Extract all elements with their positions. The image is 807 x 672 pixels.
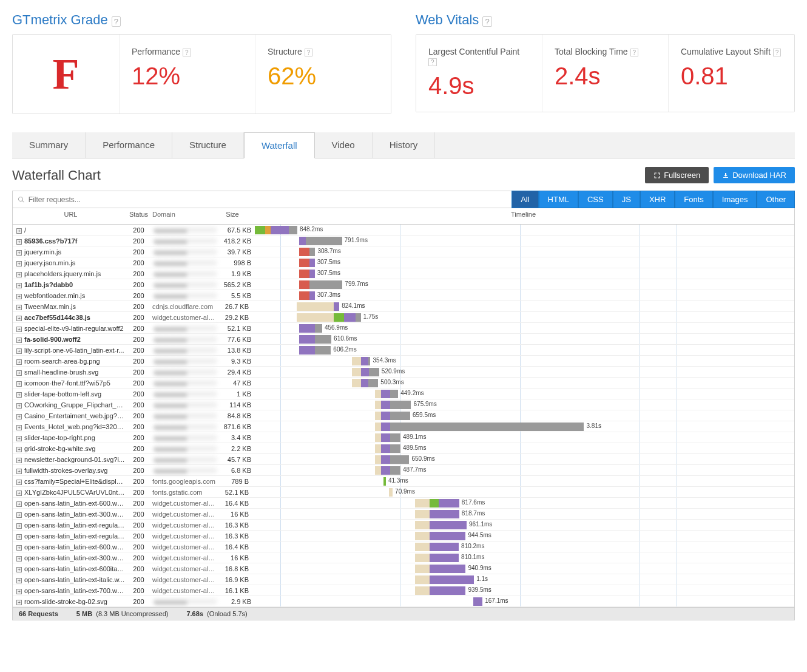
tab-history[interactable]: History (373, 132, 436, 158)
table-row[interactable]: +grid-stroke-bg-white.svg200xxxxxxxxxx2.… (13, 443, 794, 454)
request-url[interactable]: +open-sans-latin_latin-ext-regular.... (13, 521, 125, 529)
expand-icon[interactable]: + (16, 458, 22, 463)
expand-icon[interactable]: + (16, 501, 22, 507)
table-row[interactable]: +COworking_Gruppe_Flipchart_w...200xxxxx… (13, 399, 794, 410)
expand-icon[interactable]: + (16, 490, 22, 496)
request-url[interactable]: +icomoon-the7-font.ttf?wi57p5 (13, 379, 125, 387)
request-url[interactable]: +fa-solid-900.woff2 (13, 336, 125, 343)
help-icon[interactable]: ? (773, 49, 782, 56)
table-row[interactable]: +open-sans-latin_latin-ext-600.woff2200w… (13, 541, 794, 552)
request-url[interactable]: +room-search-area-bg.png (13, 358, 125, 365)
expand-icon[interactable]: + (16, 534, 22, 540)
request-url[interactable]: +jquery.json.min.js (13, 259, 125, 266)
table-row[interactable]: +open-sans-latin_latin-ext-regular....20… (13, 520, 794, 531)
filter-search-input[interactable] (25, 194, 507, 205)
table-row[interactable]: +fa-solid-900.woff2200xxxxxxxxxx77.6 KB6… (13, 334, 794, 345)
expand-icon[interactable]: + (16, 469, 22, 474)
expand-icon[interactable]: + (16, 370, 22, 376)
expand-icon[interactable]: + (16, 250, 22, 256)
table-row[interactable]: +icomoon-the7-font.ttf?wi57p5200xxxxxxxx… (13, 378, 794, 389)
request-url[interactable]: +placeholders.jquery.min.js (13, 270, 125, 277)
help-icon[interactable]: ? (482, 16, 491, 27)
table-row[interactable]: +special-elite-v9-latin-regular.woff2200… (13, 323, 794, 334)
request-url[interactable]: +Casino_Entertaiment_web.jpg?id... (13, 412, 125, 419)
request-url[interactable]: +acc7bef55d144c38.js (13, 314, 125, 321)
expand-icon[interactable]: + (16, 523, 22, 529)
filter-xhr[interactable]: XHR (640, 191, 675, 208)
table-body[interactable]: +/200xxxxxxxxxx67.5 KB848.2ms+85936.css?… (13, 225, 794, 607)
request-url[interactable]: +XLYgIZbkc4JPUL5CVArUVL0ntn... (13, 489, 125, 496)
expand-icon[interactable]: + (16, 403, 22, 409)
table-row[interactable]: +lily-script-one-v6-latin_latin-ext-r...… (13, 345, 794, 356)
expand-icon[interactable]: + (16, 425, 22, 430)
filter-css[interactable]: CSS (578, 191, 613, 208)
help-icon[interactable]: ? (112, 16, 121, 27)
request-url[interactable]: +open-sans-latin_latin-ext-regular.... (13, 532, 125, 540)
tab-waterfall[interactable]: Waterfall (244, 132, 315, 158)
expand-icon[interactable]: + (16, 556, 22, 562)
table-row[interactable]: +css?family=Special+Elite&displa...200fo… (13, 476, 794, 487)
request-url[interactable]: +open-sans-latin_latin-ext-italic.w... (13, 576, 125, 583)
request-url[interactable]: +webfontloader.min.js (13, 292, 125, 299)
table-row[interactable]: +newsletter-background-01.svg?i...200xxx… (13, 454, 794, 465)
table-row[interactable]: +room-search-area-bg.png200xxxxxxxxxx9.3… (13, 356, 794, 367)
expand-icon[interactable]: + (16, 327, 22, 332)
table-row[interactable]: +slider-tape-top-right.png200xxxxxxxxxx3… (13, 432, 794, 443)
table-row[interactable]: +85936.css?b717f200xxxxxxxxxx418.2 KB791… (13, 236, 794, 246)
table-row[interactable]: +open-sans-latin_latin-ext-700.woff2200w… (13, 585, 794, 596)
expand-icon[interactable]: + (16, 578, 22, 583)
expand-icon[interactable]: + (16, 239, 22, 245)
tab-structure[interactable]: Structure (172, 132, 244, 158)
table-row[interactable]: +room-slide-stroke-bg-02.svg200xxxxxxxxx… (13, 596, 794, 607)
request-url[interactable]: +slider-tape-bottom-left.svg (13, 390, 125, 398)
tab-performance[interactable]: Performance (86, 132, 172, 158)
request-url[interactable]: +newsletter-background-01.svg?i... (13, 456, 125, 463)
help-icon[interactable]: ? (630, 49, 639, 56)
table-row[interactable]: +small-headline-brush.svg200xxxxxxxxxx29… (13, 367, 794, 378)
expand-icon[interactable]: + (16, 589, 22, 594)
request-url[interactable]: +open-sans-latin_latin-ext-600itali... (13, 565, 125, 572)
request-url[interactable]: +1af1b.js?dabb0 (13, 281, 125, 288)
request-url[interactable]: +grid-stroke-bg-white.svg (13, 445, 125, 452)
expand-icon[interactable]: + (16, 392, 22, 398)
table-row[interactable]: +slider-tape-bottom-left.svg200xxxxxxxxx… (13, 389, 794, 399)
request-url[interactable]: +COworking_Gruppe_Flipchart_w... (13, 401, 125, 409)
help-icon[interactable]: ? (305, 49, 313, 56)
table-row[interactable]: +webfontloader.min.js200xxxxxxxxxx5.5 KB… (13, 290, 794, 301)
col-status-header[interactable]: Status (125, 211, 152, 222)
table-row[interactable]: +1af1b.js?dabb0200xxxxxxxxxx565.2 KB799.… (13, 279, 794, 290)
table-row[interactable]: +open-sans-latin_latin-ext-600itali...20… (13, 563, 794, 574)
table-row[interactable]: +acc7bef55d144c38.js200widget.customer-a… (13, 312, 794, 323)
fullscreen-button[interactable]: Fullscreen (645, 167, 709, 183)
expand-icon[interactable]: + (16, 447, 22, 452)
table-row[interactable]: +TweenMax.min.js200cdnjs.cloudflare.com2… (13, 301, 794, 312)
table-row[interactable]: +/200xxxxxxxxxx67.5 KB848.2ms (13, 225, 794, 236)
expand-icon[interactable]: + (16, 436, 22, 441)
expand-icon[interactable]: + (16, 512, 22, 518)
request-url[interactable]: +lily-script-one-v6-latin_latin-ext-r... (13, 347, 125, 354)
tab-summary[interactable]: Summary (12, 132, 86, 158)
table-row[interactable]: +open-sans-latin_latin-ext-regular....20… (13, 531, 794, 541)
table-row[interactable]: +placeholders.jquery.min.js200xxxxxxxxxx… (13, 268, 794, 279)
table-row[interactable]: +XLYgIZbkc4JPUL5CVArUVL0ntn...200fonts.g… (13, 487, 794, 498)
table-row[interactable]: +Events_Hotel_web.png?id=3203....200xxxx… (13, 421, 794, 432)
filter-images[interactable]: Images (713, 191, 757, 208)
table-row[interactable]: +open-sans-latin_latin-ext-300.woff2200w… (13, 509, 794, 520)
download-har-button[interactable]: Download HAR (714, 167, 795, 183)
expand-icon[interactable]: + (16, 294, 22, 299)
expand-icon[interactable]: + (16, 381, 22, 387)
expand-icon[interactable]: + (16, 480, 22, 485)
col-size-header[interactable]: Size (216, 211, 252, 222)
expand-icon[interactable]: + (16, 567, 22, 572)
request-url[interactable]: +open-sans-latin_latin-ext-700.woff2 (13, 587, 125, 594)
request-url[interactable]: +open-sans-latin_latin-ext-600.woff2 (13, 543, 125, 551)
expand-icon[interactable]: + (16, 228, 22, 234)
help-icon[interactable]: ? (428, 58, 437, 66)
request-url[interactable]: +small-headline-brush.svg (13, 368, 125, 376)
expand-icon[interactable]: + (16, 261, 22, 266)
col-domain-header[interactable]: Domain (152, 211, 216, 222)
table-row[interactable]: +open-sans-latin_latin-ext-300.woff2200w… (13, 552, 794, 563)
request-url[interactable]: +85936.css?b717f (13, 237, 125, 245)
table-row[interactable]: +jquery.min.js200xxxxxxxxxx39.7 KB308.7m… (13, 246, 794, 257)
filter-other[interactable]: Other (757, 191, 795, 208)
